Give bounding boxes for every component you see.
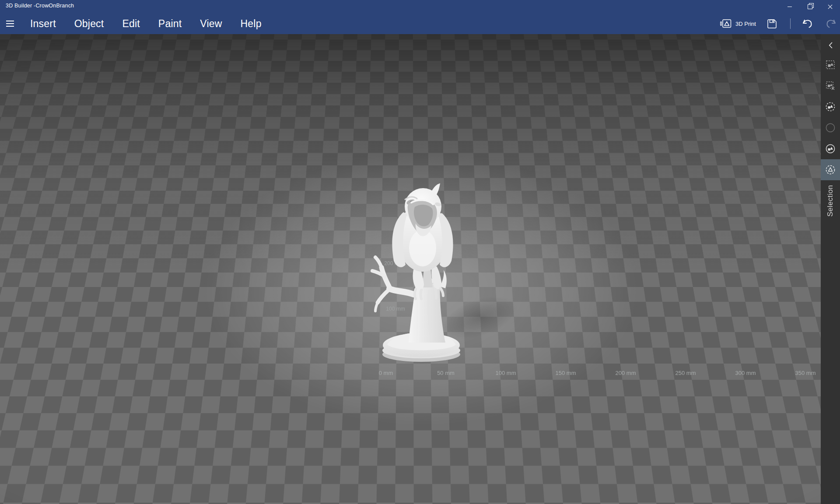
3d-print-button[interactable]: 3D Print: [720, 13, 756, 34]
3d-print-icon: [720, 19, 732, 28]
close-button[interactable]: [820, 0, 840, 13]
window-title: 3D Builder -CrowOnBranch: [6, 3, 74, 9]
ruler-label: 350 mm: [795, 370, 816, 376]
menu-items: Insert Object Edit Paint View Help: [30, 18, 262, 30]
redo-button[interactable]: [825, 13, 836, 34]
minimize-icon: [788, 7, 792, 7]
menu-item-help[interactable]: Help: [241, 18, 262, 30]
titlebar: 3D Builder -CrowOnBranch Insert Object E…: [0, 0, 840, 34]
undo-button[interactable]: [802, 13, 813, 34]
ruler-label: 50 mm: [437, 370, 455, 376]
collapse-panel-button[interactable]: [821, 39, 840, 51]
menu-item-insert[interactable]: Insert: [30, 18, 56, 30]
restore-button[interactable]: [800, 0, 820, 13]
redo-icon: [825, 18, 836, 29]
selection-mode-button[interactable]: [821, 159, 840, 180]
hamburger-icon: [6, 21, 14, 21]
ruler-label: 0 mm: [379, 370, 393, 376]
toolbar-divider: [790, 18, 791, 29]
viewport-3d[interactable]: 200 mm 100 mm: [0, 34, 821, 504]
crow-model[interactable]: [363, 182, 512, 370]
menu-item-object[interactable]: Object: [74, 18, 104, 30]
selection-sidebar: Selection: [821, 34, 840, 504]
invert-selection-icon: [826, 102, 835, 112]
clear-selection-button[interactable]: [821, 75, 840, 96]
selection-panel-label: Selection: [826, 185, 835, 217]
menu-item-edit[interactable]: Edit: [122, 18, 140, 30]
3d-builder-window: 3D Builder -CrowOnBranch Insert Object E…: [0, 0, 840, 504]
close-icon: [828, 4, 833, 9]
undo-icon: [802, 18, 813, 29]
sphere-select-icon: [826, 123, 835, 133]
3d-print-label: 3D Print: [735, 21, 756, 27]
sidebar-tools: [821, 54, 840, 180]
ruler-label: 300 mm: [735, 370, 756, 376]
caption-buttons: [780, 0, 840, 13]
menu-bar: Insert Object Edit Paint View Help: [0, 13, 840, 34]
save-button[interactable]: [767, 13, 777, 34]
select-all-button[interactable]: [821, 54, 840, 75]
save-icon: [767, 19, 777, 29]
selection-mode-icon: [826, 165, 835, 175]
hamburger-menu-button[interactable]: [6, 21, 14, 27]
menu-item-paint[interactable]: Paint: [158, 18, 182, 30]
sphere-select-button[interactable]: [821, 117, 840, 138]
minimize-button[interactable]: [780, 0, 800, 13]
ruler-label: 150 mm: [556, 370, 576, 376]
clear-selection-icon: [826, 81, 835, 90]
chevron-left-icon: [829, 42, 833, 49]
menu-item-view[interactable]: View: [200, 18, 222, 30]
object-select-icon: [826, 144, 835, 154]
object-select-button[interactable]: [821, 138, 840, 159]
ruler-label: 200 mm: [616, 370, 636, 376]
select-all-icon: [826, 60, 835, 69]
ruler-label: 250 mm: [676, 370, 696, 376]
invert-selection-button[interactable]: [821, 96, 840, 117]
selection-panel-label-wrap: Selection: [821, 181, 840, 220]
ruler-label: 100 mm: [496, 370, 516, 376]
restore-icon: [808, 4, 812, 9]
